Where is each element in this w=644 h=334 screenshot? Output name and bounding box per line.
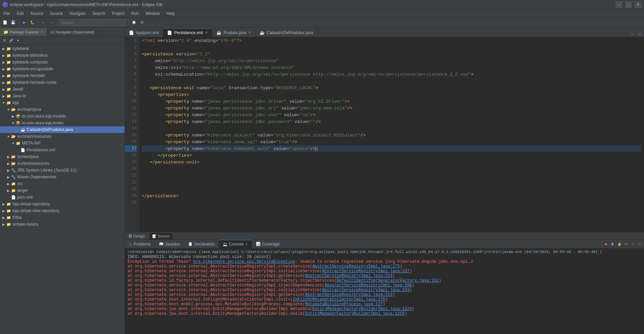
menu-search[interactable]: Search xyxy=(89,9,108,18)
tree-item-testes-package[interactable]: ▼ 📦 br.com.alura.loja.testes xyxy=(0,120,125,126)
tree-item-src[interactable]: ▶ 📁 src xyxy=(0,180,125,187)
chevron-right-icon: ▶ xyxy=(6,162,11,165)
minimize-bottom-button[interactable]: ─ xyxy=(630,241,636,247)
line-num-9: 9 xyxy=(125,91,137,98)
titlebar-controls[interactable]: ─ □ ✕ xyxy=(616,1,641,8)
code-line-4: xmlns="http://xmlns.jcp.org/xml/ns/persi… xyxy=(142,57,641,64)
tree-item-src-test-resources[interactable]: ▶ 📂 src/test/resources xyxy=(0,160,125,167)
tree-item-bytebank-herdado[interactable]: ▶ 📁 bytebank-herdado xyxy=(0,72,125,79)
tree-item-maven[interactable]: ▶ 🔧 Maven Dependencies xyxy=(0,174,125,180)
tree-item-src-main-java[interactable]: ▼ 📂 src/main/java xyxy=(0,106,125,113)
sidebar-menu-button[interactable]: ▾ xyxy=(15,37,21,44)
tree-item-loja-virtual-repo[interactable]: ▶ 📁 loja-virtual-repository xyxy=(0,201,125,207)
tab-produto-java[interactable]: ☕ Produto.java ✕ xyxy=(212,28,256,37)
clear-console-button[interactable]: 🗑 xyxy=(610,241,616,247)
tree-item-src-test-java[interactable]: ▶ 📂 src/test/java xyxy=(0,153,125,160)
settings-button[interactable]: ⚙ xyxy=(138,19,146,26)
maximize-editor-button[interactable]: □ xyxy=(637,31,643,37)
forward-button[interactable]: → xyxy=(48,19,55,26)
terminate-button[interactable]: ■ xyxy=(603,241,609,247)
search-input[interactable] xyxy=(59,19,127,26)
coverage-icon: 📊 xyxy=(256,242,261,246)
tab-pom-xml[interactable]: 📄 loja/pom.xml xyxy=(125,28,163,37)
eclipse-icon xyxy=(3,2,8,7)
tree-item-java-io[interactable]: ▶ 📁 Java-Io xyxy=(0,93,125,99)
stack-link-2[interactable]: AbstractServiceRegistryImpl.java:275 xyxy=(312,264,400,269)
sidebar-tab-package-explorer[interactable]: 📁 Package Explorer ✕ xyxy=(0,28,47,36)
minimize-editor-button[interactable]: ─ xyxy=(629,31,635,37)
toolbar-separator3 xyxy=(57,20,57,26)
tree-item-bytebank[interactable]: ▶ 📁 bytebank xyxy=(0,45,125,52)
sidebar-tab-navigator[interactable]: 🗂 Navigator (Deprecated) xyxy=(47,28,98,36)
run-button[interactable]: ▶ xyxy=(21,19,28,26)
tab-console[interactable]: 💻 Console ✕ xyxy=(219,240,252,249)
titlebar: eclipse-workspace - loja/src/main/resour… xyxy=(0,0,644,9)
close-button[interactable]: ✕ xyxy=(635,1,641,8)
tab-coverage[interactable]: 📊 Coverage xyxy=(252,240,284,249)
perspective-button[interactable]: 🔲 xyxy=(130,19,138,26)
menu-edit[interactable]: Edit xyxy=(13,9,27,18)
bottom-tab-actions: ■ 🗑 🔒 ↩ ─ □ xyxy=(601,241,644,247)
menu-run[interactable]: Run xyxy=(128,9,142,18)
navigator-icon: 🗂 xyxy=(50,30,54,34)
menu-source[interactable]: Source xyxy=(27,9,47,18)
tree-item-bytebank-biblioteca[interactable]: ▶ 📁 bytebank-biblioteca xyxy=(0,52,125,59)
exception-link[interactable]: org.hibernate.service.spi.ServiceExcepti… xyxy=(193,259,295,264)
tab-cadastro-java[interactable]: ☕ CadastroDeProdutos.java xyxy=(256,28,317,37)
console-content[interactable]: <terminated> CadastroDeProdutos [Java Ap… xyxy=(125,249,644,334)
tab-persistence-xml[interactable]: 📄 Persistence.xml ✕ xyxy=(163,28,212,37)
produto-tab-close[interactable]: ✕ xyxy=(248,30,251,35)
source-tab[interactable]: 📝 Source xyxy=(149,232,173,239)
tree-item-java8[interactable]: ▶ 📁 Java8 xyxy=(0,86,125,93)
code-editor: 1 2 3 4 5 6 7 8 9 10 11 12 13 14 15 16 1… xyxy=(125,37,644,232)
chevron-right-icon: ▶ xyxy=(6,155,11,159)
tree-item-pilha[interactable]: ▶ 📁 Pilha xyxy=(0,214,125,221)
word-wrap-button[interactable]: ↩ xyxy=(623,241,629,247)
back-button[interactable]: ← xyxy=(40,19,47,26)
line-num-13: 13 xyxy=(125,118,137,125)
menu-project[interactable]: Project xyxy=(109,9,128,18)
persistence-tab-close[interactable]: ✕ xyxy=(205,30,208,35)
tab-declaration[interactable]: 📋 Declaration xyxy=(184,240,219,249)
menu-help[interactable]: Help xyxy=(163,9,179,18)
scroll-lock-button[interactable]: 🔒 xyxy=(616,241,622,247)
tree-item-cadastro-java[interactable]: ☕ CadastroDeProdutos.java xyxy=(0,126,125,133)
tree-item-meta-inf[interactable]: ▼ 📁 META-INF xyxy=(0,140,125,147)
tree-item-src-main-resources[interactable]: ▼ 📂 src/main/resources xyxy=(0,133,125,140)
tree-item-modelo-package[interactable]: ▶ 📦 br.com.alura.loja.modelo xyxy=(0,113,125,120)
line-num-6: 6 xyxy=(125,71,137,78)
menu-navigate[interactable]: Navigate xyxy=(66,9,89,18)
code-content[interactable]: <?xml version="1.0" encoding="UTF-8"?> <… xyxy=(139,37,644,232)
maximize-button[interactable]: □ xyxy=(625,1,632,8)
sidebar-tabs: 📁 Package Explorer ✕ 🗂 Navigator (Deprec… xyxy=(0,28,125,36)
titlebar-left: eclipse-workspace - loja/src/main/resour… xyxy=(3,2,163,7)
tree-item-target[interactable]: ▶ 📁 target xyxy=(0,187,125,194)
link-editor-button[interactable]: 🔗 xyxy=(8,37,14,44)
tab-javadoc[interactable]: 📖 Javadoc xyxy=(155,240,184,249)
tree-item-bytebank-encapsulado[interactable]: ▶ 📁 bytebank-encapsulado xyxy=(0,66,125,72)
package-tab-close[interactable]: ✕ xyxy=(41,30,43,34)
minimize-button[interactable]: ─ xyxy=(616,1,622,8)
save-button[interactable]: 💾 xyxy=(9,19,17,26)
debug-button[interactable]: 🐛 xyxy=(29,19,36,26)
menu-source2[interactable]: Source xyxy=(47,9,66,18)
tree-item-persistence-xml[interactable]: 📄 Persistence.xml xyxy=(0,147,125,153)
maximize-bottom-button[interactable]: □ xyxy=(637,241,643,247)
tree-item-loja-virtual-view-repo[interactable]: ▶ 📁 loja-virtual-view-repository xyxy=(0,207,125,214)
tab-problems[interactable]: ⚠ Problems xyxy=(125,240,155,249)
tree-item-loja[interactable]: ▼ 📁 loja xyxy=(0,99,125,106)
tab-pom-label: loja/pom.xml xyxy=(136,30,159,35)
tree-item-bytebank-composto[interactable]: ▶ 📁 bytebank-composto xyxy=(0,59,125,66)
design-tab[interactable]: 🖼 Design xyxy=(125,232,149,239)
console-tab-close[interactable]: ✕ xyxy=(245,242,248,246)
tree-item-jre[interactable]: ▶ 🔧 JRE System Library [JavaSE-11] xyxy=(0,167,125,174)
tree-item-bytebank-herdado-conta[interactable]: ▶ 📁 bytebank-herdado-conta xyxy=(0,79,125,86)
menu-window[interactable]: Window xyxy=(142,9,163,18)
menu-file[interactable]: File xyxy=(0,9,13,18)
tree-item-pom-xml[interactable]: 📄 pom.xml xyxy=(0,194,125,201)
collapse-all-button[interactable]: ⊟ xyxy=(1,37,7,44)
new-button[interactable]: 📄 xyxy=(1,19,9,26)
problems-label: Problems xyxy=(134,242,151,247)
tree-item-sintaxe-basica[interactable]: ▶ 📁 sintaxe-basica xyxy=(0,221,125,228)
line-num-22: 22 xyxy=(125,179,137,186)
